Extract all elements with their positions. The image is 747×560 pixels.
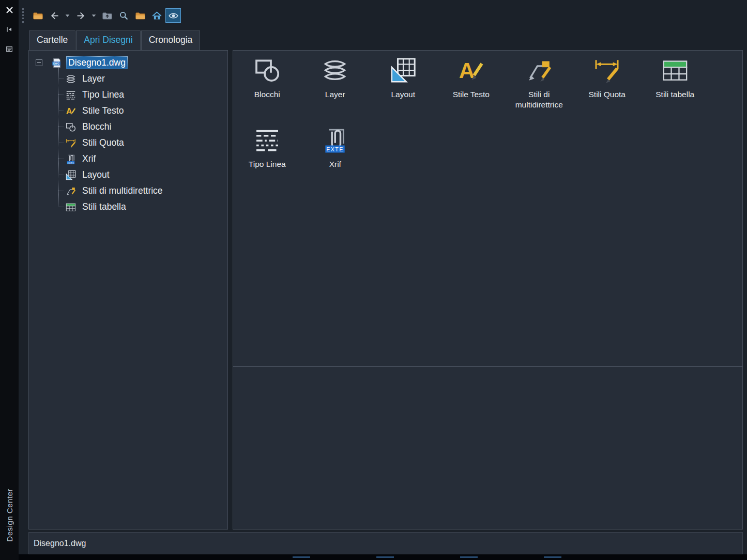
tab-cartelle[interactable]: Cartelle xyxy=(29,30,75,50)
tree-item-label: Stili di multidirettrice xyxy=(80,184,165,197)
home-button[interactable] xyxy=(149,8,164,23)
close-button[interactable] xyxy=(4,4,15,15)
dim-style-icon xyxy=(65,137,77,149)
xref-icon xyxy=(320,126,350,154)
tree-view: Disegno1.dwg Layer Tipo Linea xyxy=(29,55,227,215)
block-icon xyxy=(252,56,282,85)
search-icon xyxy=(118,10,129,21)
taskbar-dash xyxy=(376,556,394,558)
item-stili-multidirettrice[interactable]: Stili di multidirettrice xyxy=(505,56,573,110)
multileader-style-icon xyxy=(524,56,554,85)
item-stili-tabella[interactable]: Stili tabella xyxy=(641,56,709,110)
back-button[interactable] xyxy=(47,8,62,23)
tree-item-label: Tipo Linea xyxy=(80,88,126,101)
palette-title: Design Center xyxy=(5,489,14,541)
preview-toggle-button[interactable] xyxy=(165,8,181,23)
layer-icon xyxy=(65,73,77,85)
forward-button[interactable] xyxy=(73,8,88,23)
tree-item-stili-tabella[interactable]: Stili tabella xyxy=(29,199,227,215)
text-style-icon xyxy=(65,105,77,117)
item-label: Stili di multidirettrice xyxy=(510,89,568,110)
status-filename: Disegno1.dwg xyxy=(34,539,86,548)
tree-item-layout[interactable]: Layout xyxy=(29,167,227,183)
arrow-left-icon xyxy=(49,10,60,21)
item-blocchi[interactable]: Blocchi xyxy=(233,56,301,110)
search-button[interactable] xyxy=(116,8,131,23)
table-style-icon xyxy=(65,201,77,213)
tree-item-label: Layout xyxy=(80,168,112,181)
tree-item-stili-multidirettrice[interactable]: Stili di multidirettrice xyxy=(29,183,227,199)
dim-style-icon xyxy=(592,56,622,85)
linetype-icon xyxy=(65,89,77,101)
content-panel: Blocchi Layer Layout Stile Testo xyxy=(233,50,743,530)
item-stile-testo[interactable]: Stile Testo xyxy=(437,56,506,110)
back-history-button[interactable] xyxy=(63,8,72,23)
caret-down-icon xyxy=(90,12,97,19)
item-stili-quota[interactable]: Stili Quota xyxy=(573,56,642,110)
content-area: Disegno1.dwg Layer Tipo Linea xyxy=(28,50,743,530)
designcenter-palette: Design Center Cartelle Apri Disegni Cron… xyxy=(0,0,747,560)
table-style-icon xyxy=(660,56,690,85)
xref-icon xyxy=(65,153,77,165)
layout-icon xyxy=(65,169,77,181)
folder-favorites-icon xyxy=(135,10,146,21)
forward-history-button[interactable] xyxy=(89,8,98,23)
taskbar-dash xyxy=(460,556,478,558)
toolbar xyxy=(22,0,743,31)
tree-item-label: Stili Quota xyxy=(80,136,126,149)
item-xrif[interactable]: Xrif xyxy=(301,126,370,169)
collapse-toggle-icon[interactable] xyxy=(36,59,42,66)
status-bar: Disegno1.dwg xyxy=(28,532,743,554)
item-label: Xrif xyxy=(329,159,341,169)
folder-open-icon xyxy=(33,10,43,21)
tree-item-stile-testo[interactable]: Stile Testo xyxy=(29,103,227,119)
item-label: Layer xyxy=(325,89,345,100)
tree-item-blocchi[interactable]: Blocchi xyxy=(29,119,227,135)
tree-item-label: Layer xyxy=(80,72,107,85)
tree-item-xrif[interactable]: Xrif xyxy=(29,151,227,167)
tab-cronologia[interactable]: Cronologia xyxy=(141,30,201,50)
tab-apri-disegni[interactable]: Apri Disegni xyxy=(76,30,140,50)
drag-grip[interactable] xyxy=(22,8,24,23)
load-button[interactable] xyxy=(30,8,45,23)
item-label: Tipo Linea xyxy=(249,159,286,169)
item-tipo-linea[interactable]: Tipo Linea xyxy=(233,126,301,169)
tab-bar: Cartelle Apri Disegni Cronologia xyxy=(28,31,743,50)
preview-pane[interactable] xyxy=(233,367,742,529)
favorites-button[interactable] xyxy=(132,8,148,23)
item-label: Stili tabella xyxy=(655,89,694,100)
caret-down-icon xyxy=(64,12,71,19)
tree-item-label: Blocchi xyxy=(80,120,113,133)
up-button[interactable] xyxy=(99,8,115,23)
item-label: Stile Testo xyxy=(453,89,490,100)
items-view[interactable]: Blocchi Layer Layout Stile Testo xyxy=(233,51,742,367)
taskbar-dash xyxy=(544,556,561,558)
taskbar-strip xyxy=(19,554,747,560)
item-layer[interactable]: Layer xyxy=(301,56,370,110)
tree-item-label: Stili tabella xyxy=(80,200,128,213)
tree-item-disegno1[interactable]: Disegno1.dwg xyxy=(66,56,128,69)
tree-panel: Disegno1.dwg Layer Tipo Linea xyxy=(28,50,228,530)
panel-splitter[interactable] xyxy=(228,50,233,530)
tree-item-label: Xrif xyxy=(80,152,98,165)
tree-children: Layer Tipo Linea Stile Testo Blocch xyxy=(29,71,227,215)
item-label: Stili Quota xyxy=(588,89,626,100)
item-layout[interactable]: Layout xyxy=(369,56,437,110)
block-icon xyxy=(65,121,77,133)
linetype-icon xyxy=(252,126,282,154)
home-icon xyxy=(151,10,162,21)
properties-button[interactable] xyxy=(4,43,15,55)
tree-item-tipo-linea[interactable]: Tipo Linea xyxy=(29,87,227,103)
tree-item-stili-quota[interactable]: Stili Quota xyxy=(29,135,227,151)
dwg-file-icon xyxy=(51,57,63,69)
close-icon xyxy=(5,5,14,15)
palette-body: Cartelle Apri Disegni Cronologia Disegno… xyxy=(19,0,747,560)
eye-icon xyxy=(168,10,179,21)
auto-hide-icon xyxy=(5,25,13,34)
tree-item-layer[interactable]: Layer xyxy=(29,71,227,87)
properties-menu-icon xyxy=(5,45,13,53)
text-style-icon xyxy=(456,56,486,85)
taskbar-dash xyxy=(293,556,310,558)
autohide-button[interactable] xyxy=(4,24,15,35)
layer-icon xyxy=(320,56,350,85)
